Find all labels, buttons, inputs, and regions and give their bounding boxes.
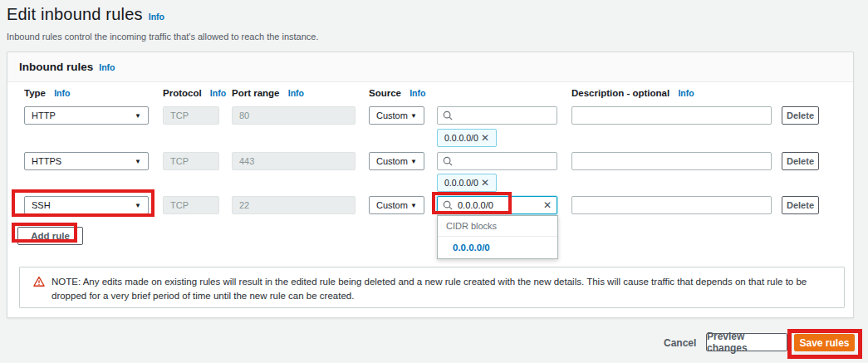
search-icon — [443, 200, 453, 210]
remove-chip-icon[interactable]: ✕ — [481, 178, 489, 188]
description-input-row1[interactable] — [571, 106, 772, 125]
chevron-down-icon: ▼ — [410, 158, 417, 165]
source-mode-select-row3[interactable]: Custom▼ — [369, 196, 424, 214]
inbound-rules-panel: Inbound rules Info Type Info Protocol In… — [7, 52, 854, 318]
description-input-row3[interactable] — [571, 196, 772, 214]
delete-button-row3[interactable]: Delete — [782, 196, 819, 214]
source-search-input-row1[interactable] — [458, 110, 552, 120]
chevron-down-icon: ▼ — [135, 158, 141, 165]
page-title: Edit inbound rules — [7, 5, 143, 23]
source-search-input-row3[interactable] — [458, 200, 538, 210]
chevron-down-icon: ▼ — [135, 112, 141, 120]
type-select-https[interactable]: HTTPS▼ — [24, 152, 149, 170]
page-header: Edit inbound rulesInfo Inbound rules con… — [7, 5, 319, 42]
note-box: NOTE: Any edits made on existing rules w… — [19, 267, 845, 308]
description-cell-row1 — [571, 106, 772, 125]
type-select-http[interactable]: HTTP▼ — [24, 106, 149, 125]
port-range-info-link[interactable]: Info — [288, 88, 304, 98]
note-text: NOTE: Any edits made on existing rules w… — [51, 275, 832, 307]
search-icon — [443, 156, 453, 166]
port-range-field-row1: 80 — [232, 106, 356, 125]
source-search-row2[interactable] — [437, 152, 557, 170]
panel-info-link[interactable]: Info — [99, 62, 115, 72]
port-range-field-row3: 22 — [232, 196, 356, 214]
column-header-protocol: Protocol Info — [163, 88, 219, 98]
page-title-info-link[interactable]: Info — [149, 12, 164, 22]
chevron-down-icon: ▼ — [135, 202, 141, 209]
preview-changes-button[interactable]: Preview changes — [706, 333, 787, 351]
source-search-row3[interactable]: ✕ — [437, 196, 557, 214]
save-rules-button[interactable]: Save rules — [794, 334, 855, 351]
source-chip-row2: 0.0.0.0/0✕ — [437, 174, 497, 192]
page-subtitle: Inbound rules control the incoming traff… — [7, 32, 319, 42]
column-header-description: Description - optional Info — [571, 88, 772, 98]
add-rule-button[interactable]: Add rule — [17, 227, 83, 245]
delete-button-row2[interactable]: Delete — [782, 152, 819, 170]
description-cell-row2 — [571, 152, 772, 170]
cidr-group-label: CIDR blocks — [438, 216, 557, 237]
edit-inbound-rules-screen: Edit inbound rulesInfo Inbound rules con… — [0, 0, 868, 363]
source-mode-select-row1[interactable]: Custom▼ — [369, 106, 424, 125]
source-info-link[interactable]: Info — [409, 88, 425, 98]
chevron-down-icon: ▼ — [410, 112, 417, 120]
protocol-field-row2: TCP — [163, 152, 219, 170]
remove-chip-icon[interactable]: ✕ — [481, 133, 489, 143]
chevron-down-icon: ▼ — [410, 202, 417, 209]
source-mode-select-row2[interactable]: Custom▼ — [369, 152, 424, 170]
description-cell-row3 — [571, 196, 772, 214]
cancel-button[interactable]: Cancel — [664, 337, 696, 349]
cidr-suggestion-menu: CIDR blocks 0.0.0.0/0 — [437, 215, 558, 259]
panel-header: Inbound rules Info — [7, 52, 853, 82]
clear-search-icon[interactable]: ✕ — [543, 200, 552, 210]
panel-title: Inbound rules — [19, 61, 93, 73]
port-range-field-row2: 443 — [232, 152, 356, 170]
type-select-ssh[interactable]: SSH▼ — [24, 196, 149, 214]
column-header-type: Type Info — [24, 88, 149, 98]
cidr-option[interactable]: 0.0.0.0/0 — [438, 237, 557, 258]
description-input-row2[interactable] — [571, 152, 772, 170]
protocol-field-row1: TCP — [163, 106, 219, 125]
protocol-info-link[interactable]: Info — [210, 88, 226, 98]
warning-triangle-icon — [33, 276, 45, 287]
search-icon — [443, 110, 453, 120]
source-search-input-row2[interactable] — [458, 156, 552, 166]
delete-button-row1[interactable]: Delete — [782, 106, 819, 125]
column-header-port-range: Port range Info — [232, 88, 356, 98]
column-header-source: Source Info — [369, 88, 424, 98]
type-info-link[interactable]: Info — [54, 88, 70, 98]
protocol-field-row3: TCP — [163, 196, 219, 214]
description-info-link[interactable]: Info — [678, 88, 694, 98]
source-chip-row1: 0.0.0.0/0✕ — [437, 129, 497, 147]
source-search-row1[interactable] — [437, 106, 557, 125]
